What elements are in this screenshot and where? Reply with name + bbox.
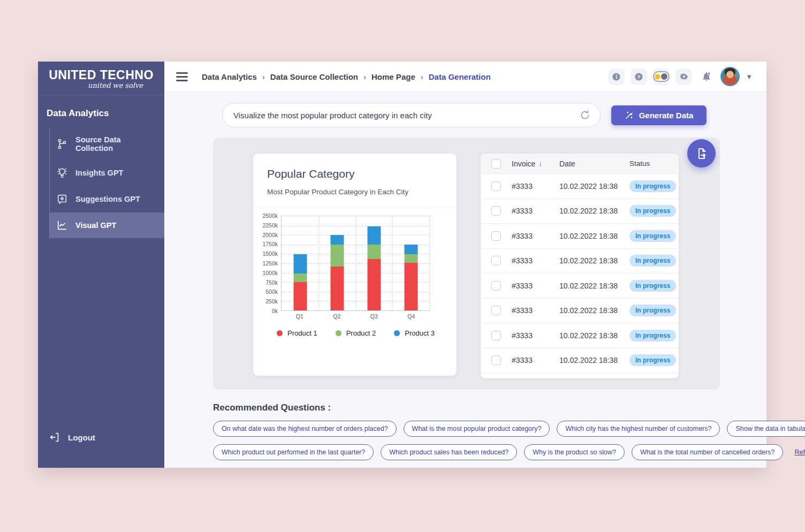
chart-card: Popular Category Most Popular Product Ca… <box>253 154 457 376</box>
breadcrumb-item-data-generation[interactable]: Data Generation <box>429 72 491 81</box>
settings-gear-icon[interactable] <box>675 69 692 85</box>
status-cell: In progress <box>629 305 679 316</box>
bar-segment-product-2 <box>404 254 417 263</box>
legend-dot <box>394 330 400 336</box>
recommended-question-chip[interactable]: What is the most popular product categor… <box>404 421 550 437</box>
breadcrumb-item-home-page[interactable]: Home Page <box>371 72 415 81</box>
sidebar-item-visual-gpt[interactable]: Visual GPT <box>50 212 164 238</box>
row-checkbox[interactable] <box>491 181 501 191</box>
sidebar-item-source-data-collection[interactable]: Source Data Collection <box>50 128 164 159</box>
row-checkbox[interactable] <box>491 231 501 241</box>
recommended-question-chip[interactable]: Which city has the highest number of cus… <box>557 421 720 437</box>
recommended-question-chip[interactable]: Why is the product so slow? <box>524 444 625 460</box>
row-checkbox[interactable] <box>491 355 501 365</box>
sidebar-item-label: Insights GPT <box>75 169 123 177</box>
sidebar-item-label: Visual GPT <box>75 221 116 230</box>
recommended-question-chip[interactable]: What is the total number of cancelled or… <box>632 444 784 460</box>
y-axis-tick-label: 2000k <box>262 232 278 238</box>
table-row[interactable]: #333310.02.2022 18:38In progress <box>481 174 679 199</box>
invoice-table: Invoice ↓ Date Status #333310.02.2022 18… <box>481 154 679 378</box>
breadcrumb-item-data-analytics[interactable]: Data Analytics <box>202 72 257 81</box>
date-column-header: Date <box>559 159 629 168</box>
y-axis-tick-label: 0k <box>272 308 278 314</box>
chevron-down-icon[interactable]: ▼ <box>746 73 753 81</box>
logo-tagline: united we solve <box>48 81 143 89</box>
sidebar-item-label: Source Data Collection <box>75 135 159 153</box>
sidebar-item-suggestions-gpt[interactable]: Suggestions GPT <box>50 186 164 212</box>
sidebar-nav: Source Data CollectionInsights GPTSugges… <box>49 128 164 239</box>
user-avatar[interactable] <box>720 67 740 86</box>
legend-label: Product 2 <box>346 329 376 337</box>
svg-text:?: ? <box>637 74 641 79</box>
table-row[interactable]: #333310.02.2022 18:38In progress <box>481 273 679 299</box>
y-axis-tick-label: 500k <box>265 288 278 295</box>
stacked-bar-q2 <box>330 235 344 310</box>
date-cell: 10.02.2022 18:38 <box>559 182 629 191</box>
theme-toggle[interactable] <box>653 69 670 85</box>
legend-item-product-2: Product 2 <box>336 329 376 337</box>
status-badge: In progress <box>629 330 676 341</box>
row-checkbox[interactable] <box>491 331 501 340</box>
legend-label: Product 1 <box>287 329 317 337</box>
logo-title: UNITED TECHNO <box>48 68 155 82</box>
row-checkbox[interactable] <box>491 281 501 291</box>
generate-data-label: Generate Data <box>639 111 694 120</box>
generate-data-button[interactable]: Generate Data <box>611 105 707 125</box>
magic-wand-icon <box>625 111 634 120</box>
select-all-checkbox[interactable] <box>491 159 501 169</box>
status-badge: In progress <box>629 230 676 242</box>
row-checkbox[interactable] <box>491 206 501 216</box>
bar-segment-product-3 <box>293 254 307 273</box>
breadcrumb-separator: › <box>262 72 265 81</box>
recommended-question-chip[interactable]: Which product out performed in the last … <box>213 444 374 460</box>
refresh-questions-link[interactable]: Refresh <box>794 449 805 456</box>
breadcrumb: Data Analytics›Data Source Collection›Ho… <box>202 72 491 81</box>
export-file-icon <box>695 147 708 160</box>
invoice-cell: #3333 <box>501 207 559 215</box>
invoice-cell: #3333 <box>501 182 559 191</box>
notifications-bell-icon[interactable] <box>698 69 715 85</box>
y-axis-tick-label: 750k <box>265 279 278 286</box>
date-cell: 10.02.2022 18:38 <box>559 306 629 315</box>
table-header-row: Invoice ↓ Date Status <box>481 154 679 174</box>
legend-label: Product 3 <box>405 329 435 337</box>
export-data-button[interactable] <box>687 139 716 168</box>
topbar-actions: ? <box>608 67 753 86</box>
status-badge: In progress <box>629 354 676 366</box>
chart-plot-area <box>281 216 430 311</box>
sidebar-item-insights-gpt[interactable]: Insights GPT <box>50 160 164 186</box>
query-input[interactable] <box>233 111 580 120</box>
logout-button[interactable]: Logout <box>38 431 164 468</box>
invoice-cell: #3333 <box>501 356 559 364</box>
y-axis-tick-label: 1250k <box>262 260 278 267</box>
refresh-query-icon[interactable] <box>580 110 590 120</box>
recommended-question-chip[interactable]: Show the data in tabular format <box>727 421 805 437</box>
logout-icon <box>49 431 60 443</box>
table-row[interactable]: #333310.02.2022 18:38In progress <box>481 224 679 249</box>
recommended-question-chip[interactable]: Which product sales has been reduced? <box>381 444 517 460</box>
bar-segment-product-1 <box>367 259 381 310</box>
x-axis-tick-label: Q4 <box>407 313 415 320</box>
stacked-bar-chart: 0k250k500k750k1000k1250k1500k1750k2000k2… <box>253 207 457 337</box>
table-row[interactable]: #333310.02.2022 18:38In progress <box>481 199 679 224</box>
breadcrumb-item-data-source-collection[interactable]: Data Source Collection <box>270 72 358 81</box>
status-badge: In progress <box>629 205 676 217</box>
stacked-bar-q3 <box>367 226 381 310</box>
sort-descending-icon[interactable]: ↓ <box>538 159 542 168</box>
chart-title: Popular Category <box>267 168 443 180</box>
sidebar-section-title: Data Analytics <box>38 95 164 128</box>
status-cell: In progress <box>629 255 679 267</box>
table-row[interactable]: #333310.02.2022 18:38In progress <box>481 348 679 374</box>
table-row[interactable]: #333310.02.2022 18:38In progress <box>481 249 679 274</box>
invoice-column-header: Invoice <box>512 159 535 168</box>
hamburger-menu-icon[interactable] <box>176 72 188 81</box>
row-checkbox[interactable] <box>491 306 501 315</box>
table-row[interactable]: #333310.02.2022 18:38In progress <box>481 299 679 324</box>
recommended-question-chip[interactable]: On what date was the highest number of o… <box>213 421 397 437</box>
date-cell: 10.02.2022 18:38 <box>559 232 629 240</box>
y-axis-tick-label: 1500k <box>262 250 278 257</box>
row-checkbox[interactable] <box>491 256 501 265</box>
info-icon[interactable] <box>608 69 625 85</box>
table-row[interactable]: #333310.02.2022 18:38In progress <box>481 323 679 348</box>
help-icon[interactable]: ? <box>631 69 647 85</box>
